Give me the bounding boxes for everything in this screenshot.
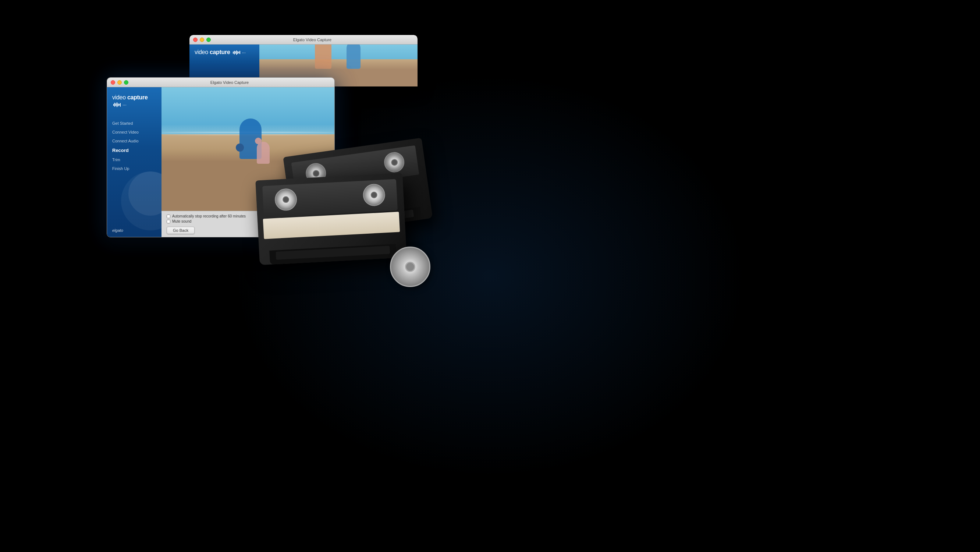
tape-window-front bbox=[275, 246, 390, 260]
back-window-titlebar: Elgato Video Capture bbox=[189, 35, 418, 45]
bottom-controls: Automatically stop recording after 60 mi… bbox=[161, 211, 334, 238]
person-baby-head bbox=[255, 138, 262, 144]
mute-label: Mute sound bbox=[172, 219, 191, 223]
go-back-button[interactable]: Go Back bbox=[167, 227, 195, 234]
logo-capture-text: capture bbox=[210, 49, 230, 55]
maximize-button-back[interactable] bbox=[206, 38, 211, 42]
reel-right-front bbox=[362, 183, 385, 206]
beach-scene bbox=[161, 87, 334, 211]
video-preview bbox=[161, 87, 334, 211]
sidebar-brand: elgato bbox=[107, 223, 161, 238]
minimize-button[interactable] bbox=[117, 80, 122, 85]
sidebar: video capture ··· Get Started Connect Vi… bbox=[107, 87, 161, 238]
back-logo: video capture ··· bbox=[189, 45, 259, 60]
sidebar-item-trim[interactable]: Trim bbox=[107, 155, 161, 164]
window-body: video capture ··· Get Started Connect Vi… bbox=[107, 87, 334, 238]
maximize-button[interactable] bbox=[124, 80, 128, 85]
sidebar-waveform: ··· bbox=[113, 102, 127, 108]
child-silhouette-1 bbox=[315, 45, 331, 69]
auto-stop-row: Automatically stop recording after 60 mi… bbox=[167, 214, 329, 218]
auto-stop-label: Automatically stop recording after 60 mi… bbox=[172, 214, 246, 218]
logo-video-text: video bbox=[195, 49, 208, 55]
main-content: Automatically stop recording after 60 mi… bbox=[161, 87, 334, 238]
minimize-button-back[interactable] bbox=[200, 38, 204, 42]
front-window-titlebar: Elgato Video Capture bbox=[107, 78, 334, 87]
logo-capture: capture bbox=[127, 94, 148, 101]
continue-button[interactable]: Continue bbox=[375, 170, 402, 178]
front-window: Elgato Video Capture video capture ··· bbox=[107, 77, 335, 238]
tape-cutout-front bbox=[269, 244, 396, 265]
sidebar-item-finish-up[interactable]: Finish Up bbox=[107, 164, 161, 173]
close-button-back[interactable] bbox=[193, 38, 197, 42]
sidebar-logo: video capture ··· bbox=[107, 87, 161, 116]
traffic-lights-back bbox=[193, 38, 211, 42]
logo-dots: ··· bbox=[242, 50, 246, 55]
auto-stop-checkbox[interactable] bbox=[167, 215, 170, 218]
mute-row: Mute sound bbox=[167, 219, 329, 223]
back-window-title: Elgato Video Capture bbox=[211, 38, 414, 42]
sidebar-item-connect-video[interactable]: Connect Video bbox=[107, 128, 161, 137]
window-title: Elgato Video Capture bbox=[128, 80, 331, 85]
close-button[interactable] bbox=[111, 80, 115, 85]
person-baby bbox=[257, 142, 270, 164]
logo-video: video bbox=[112, 94, 126, 101]
big-reel bbox=[390, 247, 430, 287]
logo-ellipsis: ··· bbox=[123, 102, 127, 108]
person-mom-head bbox=[236, 144, 244, 152]
child-silhouette-2 bbox=[347, 45, 361, 69]
sidebar-item-get-started[interactable]: Get Started bbox=[107, 119, 161, 128]
logo-waveform: ··· bbox=[233, 50, 246, 55]
sidebar-item-record[interactable]: Record bbox=[107, 145, 161, 155]
traffic-lights-front bbox=[111, 80, 128, 85]
sidebar-item-connect-audio[interactable]: Connect Audio bbox=[107, 137, 161, 145]
sidebar-nav: Get Started Connect Video Connect Audio … bbox=[107, 116, 161, 223]
mute-checkbox[interactable] bbox=[167, 220, 170, 223]
